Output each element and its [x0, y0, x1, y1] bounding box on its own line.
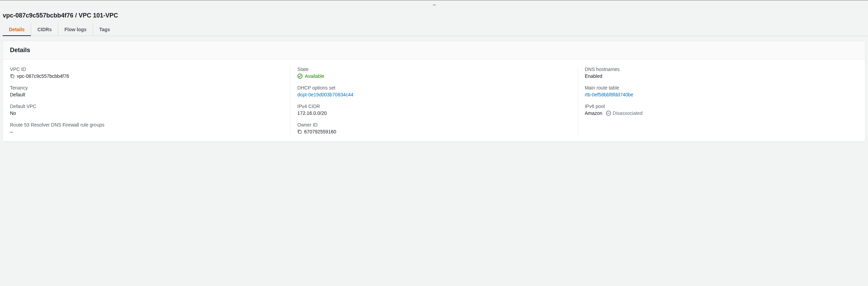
ipv6-pool-value: Amazon: [585, 110, 602, 116]
tab-details[interactable]: Details: [3, 23, 31, 36]
drag-handle-icon: ═: [433, 2, 435, 7]
panel-title: Details: [10, 47, 858, 54]
tab-tags[interactable]: Tags: [93, 23, 117, 36]
tab-flowlogs[interactable]: Flow logs: [58, 23, 93, 36]
owner-id-value: 670792559160: [304, 129, 336, 134]
copy-icon[interactable]: [297, 129, 302, 134]
panel-drag-handle[interactable]: ═: [0, 0, 868, 9]
owner-id-label: Owner ID: [297, 122, 570, 128]
ipv6-pool-badge: Disassociated: [613, 110, 642, 116]
details-column-3: DNS hostnames Enabled Main route table r…: [578, 67, 858, 134]
tenancy-value: Default: [10, 92, 283, 97]
minus-circle-icon: [606, 110, 611, 116]
default-vpc-value: No: [10, 110, 283, 116]
dns-hostnames-label: DNS hostnames: [585, 67, 858, 72]
vpc-id-value: vpc-087c9c557bcbb4f76: [17, 73, 69, 79]
check-circle-icon: [297, 73, 303, 79]
state-value: Available: [305, 73, 324, 79]
route53-value: –: [10, 129, 283, 134]
dns-hostnames-value: Enabled: [585, 73, 858, 79]
breadcrumb: vpc-087c9c557bcbb4f76 / VPC 101-VPC: [3, 12, 865, 19]
vpc-id-label: VPC ID: [10, 67, 283, 72]
dhcp-label: DHCP options set: [297, 85, 570, 91]
ipv4-cidr-value: 172.16.0.0/20: [297, 110, 570, 116]
dhcp-link[interactable]: dopt-0e19d003b70834c44: [297, 92, 353, 97]
ipv6-pool-label: IPv6 pool: [585, 104, 858, 109]
details-panel: Details VPC ID vpc-087c9c557bcbb4f76 Ten…: [3, 41, 865, 142]
tenancy-label: Tenancy: [10, 85, 283, 91]
copy-icon[interactable]: [10, 74, 15, 79]
svg-rect-0: [11, 75, 14, 78]
panel-header: Details: [3, 41, 865, 60]
main-route-table-link[interactable]: rtb-0ef58bbf8fdd740be: [585, 92, 634, 97]
main-route-table-label: Main route table: [585, 85, 858, 91]
details-column-1: VPC ID vpc-087c9c557bcbb4f76 Tenancy Def…: [10, 67, 290, 134]
default-vpc-label: Default VPC: [10, 104, 283, 109]
details-column-2: State Available DHCP options set dopt-0e…: [290, 67, 578, 134]
route53-label: Route 53 Resolver DNS Firewall rule grou…: [10, 122, 283, 128]
tabs-bar: Details CIDRs Flow logs Tags: [0, 23, 868, 36]
state-label: State: [297, 67, 570, 72]
svg-rect-2: [299, 131, 301, 133]
tab-cidrs[interactable]: CIDRs: [31, 23, 58, 36]
ipv4-cidr-label: IPv4 CIDR: [297, 104, 570, 109]
